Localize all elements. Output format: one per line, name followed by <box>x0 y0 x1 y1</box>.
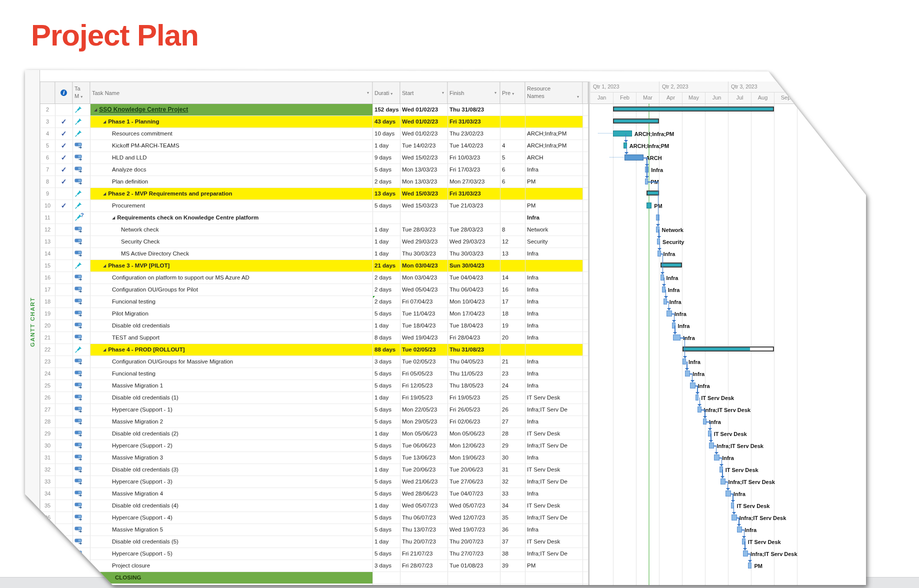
auto-scheduled-icon[interactable] <box>72 548 90 560</box>
cell-name[interactable]: ◢Requirements check on Knowledge Centre … <box>90 212 372 224</box>
cell-name[interactable]: Disable old credentials (2) <box>90 428 372 440</box>
auto-scheduled-icon[interactable] <box>72 140 90 152</box>
cell-res[interactable]: IT Serv Desk <box>525 500 582 512</box>
cell-dur[interactable]: 5 days <box>372 476 400 488</box>
gantt-bar-summary[interactable] <box>613 118 659 124</box>
cell-fin[interactable]: Mon 12/06/23 <box>448 440 500 452</box>
cell-id[interactable]: 12 <box>40 224 55 236</box>
cell-id[interactable]: 16 <box>40 272 55 284</box>
cell-dur[interactable]: 13 days <box>372 188 400 200</box>
cell-res[interactable]: ARCH;Infra;PM <box>525 128 582 140</box>
cell-pre[interactable]: 12 <box>500 236 525 248</box>
cell-start[interactable]: Wed 01/02/23 <box>400 104 448 116</box>
cell-fin[interactable]: Thu 06/04/23 <box>448 284 500 296</box>
cell-fin[interactable]: Thu 18/05/23 <box>448 380 500 392</box>
cell-res[interactable]: IT Serv Desk <box>525 428 582 440</box>
gantt-bar-summary[interactable] <box>682 346 774 352</box>
cell-ind[interactable] <box>55 560 72 572</box>
cell-dur[interactable]: 21 days <box>372 260 400 272</box>
cell-name[interactable]: Security Check <box>90 236 372 248</box>
expand-icon[interactable]: ◢ <box>103 264 106 268</box>
cell-fin[interactable]: Fri 31/03/23 <box>448 188 500 200</box>
gantt-bar-summary[interactable] <box>660 262 682 268</box>
cell-res[interactable]: Infra;IT Serv De <box>525 440 582 452</box>
cell-fin[interactable]: Thu 31/08/23 <box>448 104 500 116</box>
cell-start[interactable]: Wed 01/02/23 <box>400 116 448 128</box>
cell-res[interactable]: ARCH <box>525 152 582 164</box>
indicator-header[interactable]: i <box>55 82 72 104</box>
cell-start[interactable]: Fri 21/07/23 <box>400 548 448 560</box>
cell-fin[interactable]: Tue 04/04/23 <box>448 272 500 284</box>
cell-name[interactable]: ◢Phase 2 - MVP Requirements and preparat… <box>90 188 372 200</box>
gantt-bar-task[interactable] <box>646 202 652 208</box>
cell-pre[interactable]: 6 <box>500 164 525 176</box>
auto-scheduled-icon[interactable] <box>72 464 90 476</box>
cell-pre[interactable] <box>500 260 525 272</box>
cell-dur[interactable]: 5 days <box>372 488 400 500</box>
auto-scheduled-icon[interactable] <box>72 404 90 416</box>
cell-ind[interactable] <box>55 488 72 500</box>
cell-name[interactable]: Massive Migration 3 <box>90 452 372 464</box>
filter-arrow-icon[interactable]: ▾ <box>367 82 369 104</box>
cell-pre[interactable]: 5 <box>500 152 525 164</box>
cell-name[interactable]: ◢SSO Knowledge Centre Project <box>90 104 372 116</box>
cell-ind[interactable] <box>55 452 72 464</box>
timeline-quarter-label[interactable]: Qtr 3, 2023 <box>728 82 797 92</box>
duration-header[interactable]: Durati▾ <box>372 82 400 104</box>
auto-scheduled-icon[interactable] <box>72 476 90 488</box>
cell-res[interactable]: PM <box>525 560 582 572</box>
cell-dur[interactable]: 5 days <box>372 512 400 524</box>
cell-fin[interactable]: Thu 31/08/23 <box>448 344 500 356</box>
cell-ind[interactable] <box>55 476 72 488</box>
cell-name[interactable]: Pilot Migration <box>90 308 372 320</box>
cell-id[interactable]: 28 <box>40 416 55 428</box>
cell-pre[interactable] <box>500 188 525 200</box>
cell-name[interactable]: Funcional testing <box>90 368 372 380</box>
cell-pre[interactable] <box>500 200 525 212</box>
cell-fin[interactable]: Tue 27/06/23 <box>448 476 500 488</box>
cell-name[interactable]: Configuration OU/Groups for Massive Migr… <box>90 356 372 368</box>
check-icon[interactable]: ✓ <box>55 140 72 152</box>
cell-id[interactable]: 2 <box>40 104 55 116</box>
cell-res[interactable] <box>525 116 582 128</box>
cell-dur[interactable]: 5 days <box>372 440 400 452</box>
cell-id[interactable]: 19 <box>40 308 55 320</box>
cell-fin[interactable]: Fri 19/05/23 <box>448 392 500 404</box>
cell-ind[interactable] <box>55 440 72 452</box>
cell-ind[interactable] <box>55 380 72 392</box>
cell-fin[interactable]: Mon 05/06/23 <box>448 428 500 440</box>
filter-arrow-icon[interactable]: ▾ <box>80 94 82 99</box>
cell-fin[interactable]: Wed 19/07/23 <box>448 524 500 536</box>
filter-arrow-icon[interactable]: ▾ <box>442 82 444 104</box>
cell-pre[interactable]: 16 <box>500 284 525 296</box>
cell-pre[interactable]: 6 <box>500 176 525 188</box>
auto-scheduled-icon[interactable] <box>72 488 90 500</box>
cell-res[interactable]: Infra <box>525 452 582 464</box>
cell-name[interactable]: HLD and LLD <box>90 152 372 164</box>
auto-scheduled-icon[interactable] <box>72 452 90 464</box>
cell-res[interactable]: Infra <box>525 524 582 536</box>
cell-res[interactable]: Infra;IT Serv De <box>525 476 582 488</box>
cell-name[interactable]: Configuration on platform to support our… <box>90 272 372 284</box>
pin-manually-scheduled-icon[interactable] <box>72 188 90 200</box>
cell-dur[interactable]: 5 days <box>372 548 400 560</box>
cell-res[interactable]: Security <box>525 236 582 248</box>
cell-fin[interactable]: Mon 17/04/23 <box>448 308 500 320</box>
cell-dur[interactable] <box>372 212 400 224</box>
gantt-bar-summary[interactable] <box>646 190 659 196</box>
cell-id[interactable]: 15 <box>40 260 55 272</box>
auto-scheduled-icon[interactable] <box>72 176 90 188</box>
cell-start[interactable]: Fri 12/05/23 <box>400 380 448 392</box>
cell-start[interactable]: Thu 30/03/23 <box>400 248 448 260</box>
cell-fin[interactable]: Thu 23/02/23 <box>448 128 500 140</box>
cell-name[interactable]: Massive Migration 2 <box>90 416 372 428</box>
cell-name[interactable]: TEST and Support <box>90 332 372 344</box>
cell-ind[interactable] <box>55 344 72 356</box>
cell-start[interactable]: Thu 20/07/23 <box>400 536 448 548</box>
cell-res[interactable]: Infra <box>525 332 582 344</box>
task-name-header[interactable]: Task Name ▾ <box>90 82 372 104</box>
cell-ind[interactable] <box>55 212 72 224</box>
cell-ind[interactable] <box>55 188 72 200</box>
cell-dur[interactable]: 5 days <box>372 200 400 212</box>
auto-scheduled-icon[interactable] <box>72 440 90 452</box>
